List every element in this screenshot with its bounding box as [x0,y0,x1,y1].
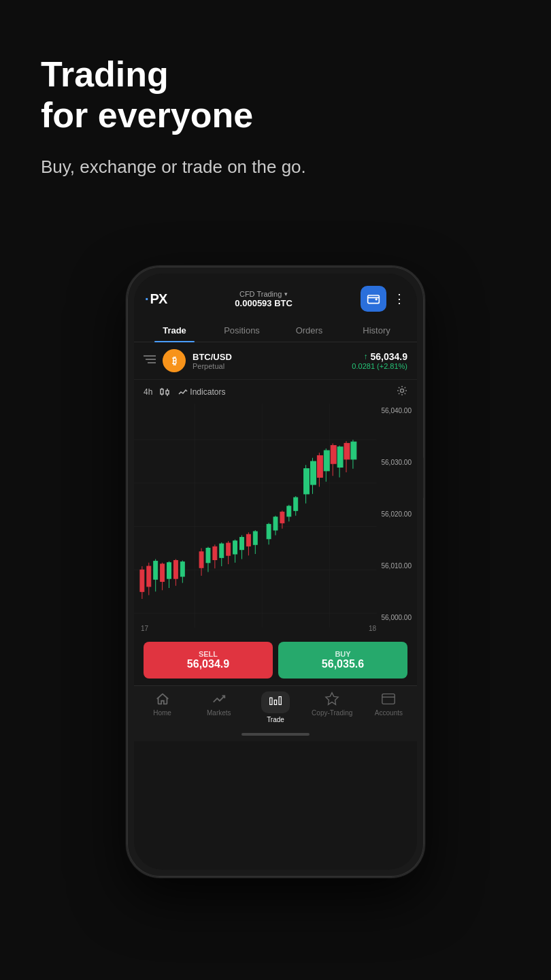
nav-label-copy-trading: Copy-Trading [312,709,352,717]
hero-section: Trading for everyone Buy, exchange or tr… [41,54,306,178]
app-header: · PX CFD Trading ▾ 0.000593 BTC [134,274,417,318]
logo-text: PX [150,291,167,307]
btc-balance: 0.000593 BTC [235,298,293,308]
price-value: 56,034.9 [371,351,408,362]
svg-rect-66 [317,456,322,478]
tab-trade[interactable]: Trade [141,318,208,342]
tab-orders[interactable]: Orders [276,318,343,342]
svg-rect-7 [166,391,169,394]
svg-rect-28 [167,563,171,578]
svg-rect-52 [267,524,271,538]
markets-icon [212,691,227,706]
nav-label-trade: Trade [267,716,284,723]
svg-rect-58 [287,506,291,517]
svg-rect-62 [304,469,310,494]
instrument-row[interactable]: ₿ BTC/USD Perpetual ↑ 56,034.9 0.0281 (+… [134,342,417,380]
buy-label: BUY [285,650,401,658]
sell-label: SELL [150,650,266,658]
svg-rect-4 [161,389,163,394]
indicators-label: Indicators [190,387,225,397]
nav-item-markets[interactable]: Markets [190,691,247,723]
svg-rect-36 [206,549,210,563]
svg-rect-46 [240,538,244,550]
svg-rect-64 [311,461,316,485]
nav-label-home: Home [153,709,171,717]
cfd-text: CFD Trading [239,290,282,298]
nav-label-accounts: Accounts [375,709,403,717]
svg-rect-20 [140,570,144,591]
buy-price: 56,035.6 [285,658,401,670]
price-main: ↑ 56,034.9 [352,351,407,362]
filter-icon [144,355,156,367]
trade-buttons: SELL 56,034.9 BUY 56,035.6 [134,635,417,685]
buy-button[interactable]: BUY 56,035.6 [278,642,407,679]
date-label-17: 17 [141,625,148,632]
app-logo: · PX [145,291,167,307]
header-balance-section: CFD Trading ▾ 0.000593 BTC [235,290,293,308]
svg-rect-60 [294,497,298,510]
copy-trading-icon [324,691,339,706]
chart-settings-button[interactable] [397,385,407,398]
more-options-icon[interactable]: ⋮ [393,291,406,306]
svg-rect-78 [274,700,276,705]
svg-rect-38 [213,546,217,559]
settings-icon [397,385,407,396]
svg-point-10 [401,389,404,393]
price-up-arrow-icon: ↑ [364,352,368,361]
chart-timeframe[interactable]: 4h [144,387,152,397]
trade-nav-bg [261,691,290,713]
nav-item-accounts[interactable]: Accounts [361,691,417,723]
svg-rect-34 [199,552,203,568]
svg-rect-44 [233,541,237,554]
header-right-actions: ⋮ [361,286,406,312]
svg-marker-80 [326,693,338,704]
nav-item-copy-trading[interactable]: Copy-Trading [304,691,361,723]
instrument-type: Perpetual [193,362,352,370]
sell-price: 56,034.9 [150,658,266,670]
trade-icon [269,696,282,709]
date-label-18: 18 [369,625,376,632]
tab-positions[interactable]: Positions [208,318,276,342]
svg-rect-26 [161,564,165,582]
svg-rect-76 [351,442,356,459]
svg-rect-42 [227,543,231,555]
svg-rect-56 [280,512,284,523]
price-label-5: 56,000.00 [382,614,412,621]
volume-button [423,457,425,498]
svg-rect-24 [154,561,158,580]
home-icon [155,691,170,706]
candlestick-icon [159,387,171,397]
hero-title: Trading for everyone [41,54,306,136]
hero-subtitle: Buy, exchange or trade on the go. [41,157,306,178]
candlestick-chart [134,404,417,635]
indicators-button[interactable]: Indicators [178,387,225,397]
logo-dot: · [145,291,149,307]
tab-history[interactable]: History [343,318,410,342]
page-background: Trading for everyone Buy, exchange or tr… [0,0,551,980]
chart-date-labels: 17 18 [141,625,376,632]
sell-button[interactable]: SELL 56,034.9 [144,642,273,679]
home-bar [134,728,417,741]
price-label-3: 56,020.00 [382,510,412,518]
svg-rect-54 [273,517,278,530]
nav-label-markets: Markets [207,709,231,717]
price-change: 0.0281 (+2.81%) [352,362,407,370]
filter-list-icon [144,355,156,364]
svg-rect-48 [246,534,250,546]
wallet-button[interactable] [361,286,386,312]
indicators-icon [178,387,188,397]
chevron-down-icon: ▾ [284,291,288,297]
svg-rect-68 [324,451,329,471]
bottom-navigation: Home Markets [134,685,417,728]
svg-rect-70 [331,446,336,464]
nav-item-trade[interactable]: Trade [247,691,303,723]
nav-item-home[interactable]: Home [134,691,190,723]
cfd-label: CFD Trading ▾ [235,290,293,298]
chart-price-labels: 56,040.00 56,030.00 56,020.00 56,010.00 … [382,404,412,635]
svg-rect-77 [270,698,272,704]
svg-rect-32 [180,562,184,576]
chart-toolbar: 4h Indicators [134,380,417,404]
instrument-name: BTC/USD [193,352,352,362]
instrument-info: BTC/USD Perpetual [193,352,352,370]
svg-rect-30 [173,561,178,579]
